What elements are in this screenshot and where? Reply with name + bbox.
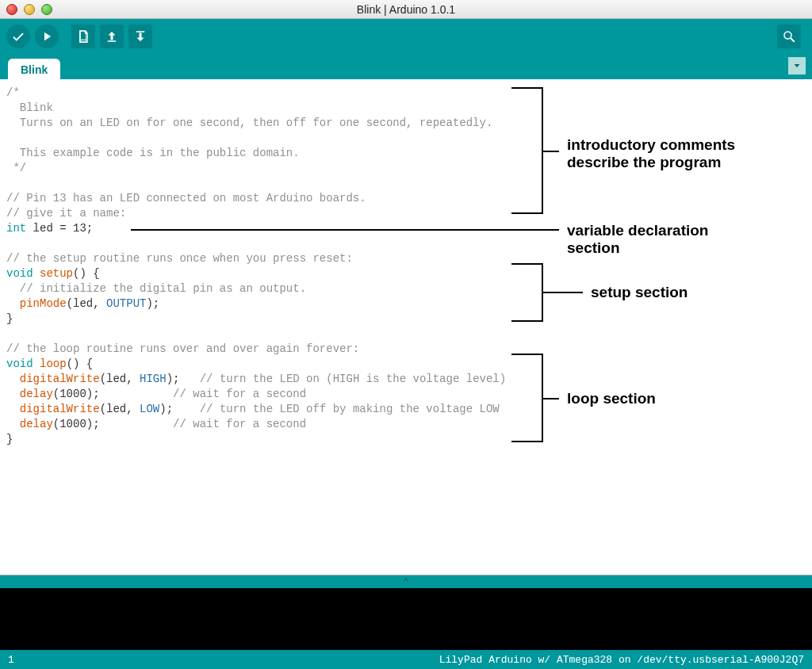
code-text: } bbox=[6, 312, 13, 325]
code-comment: // Pin 13 has an LED connected on most A… bbox=[6, 192, 366, 205]
arrow-down-icon bbox=[133, 29, 147, 44]
code-editor[interactable]: /* Blink Turns on an LED on for one seco… bbox=[0, 79, 812, 575]
code-comment: // turn the LED on (HIGH is the voltage … bbox=[200, 373, 506, 385]
code-keyword: void bbox=[6, 357, 33, 370]
window-title: Blink | Arduino 1.0.1 bbox=[0, 3, 812, 16]
code-const: HIGH bbox=[140, 373, 167, 385]
code-text: ); bbox=[146, 297, 159, 310]
code-func: loop bbox=[33, 357, 67, 370]
code-comment: Turns on an LED on for one second, then … bbox=[6, 117, 492, 129]
file-icon bbox=[76, 29, 90, 44]
verify-button[interactable] bbox=[6, 25, 30, 48]
code-func: delay bbox=[6, 388, 53, 400]
code-text: } bbox=[6, 433, 13, 445]
code-text: (1000); bbox=[53, 418, 173, 430]
code-func: digitalWrite bbox=[6, 373, 100, 385]
new-button[interactable] bbox=[71, 25, 95, 48]
code-func: pinMode bbox=[6, 297, 67, 310]
tab-strip: Blink bbox=[0, 54, 812, 79]
open-button[interactable] bbox=[100, 25, 124, 48]
code-comment: // turn the LED off by making the voltag… bbox=[200, 403, 500, 415]
svg-point-4 bbox=[784, 32, 791, 39]
code-text: led = 13; bbox=[26, 222, 93, 235]
arrow-up-icon bbox=[105, 29, 119, 44]
code-text: (1000); bbox=[53, 388, 173, 400]
minimize-icon[interactable] bbox=[24, 4, 35, 15]
check-icon bbox=[11, 29, 25, 44]
code-comment: // wait for a second bbox=[173, 388, 306, 400]
status-bar: 1 LilyPad Arduino w/ ATmega328 on /dev/t… bbox=[0, 650, 812, 669]
code-text: () { bbox=[67, 357, 94, 370]
code-comment: Blink bbox=[6, 101, 53, 114]
pane-separator[interactable]: ^ bbox=[0, 575, 812, 588]
toolbar bbox=[0, 19, 812, 54]
close-icon[interactable] bbox=[6, 4, 17, 15]
code-text: (led, bbox=[67, 297, 106, 310]
code-text: ); bbox=[167, 373, 200, 385]
svg-line-5 bbox=[791, 38, 795, 42]
code-comment: // the loop routine runs over and over a… bbox=[6, 342, 359, 355]
code-comment: // initialize the digital pin as an outp… bbox=[6, 282, 306, 295]
save-button[interactable] bbox=[128, 25, 152, 48]
code-comment: This example code is in the public domai… bbox=[6, 147, 300, 159]
upload-button[interactable] bbox=[35, 25, 59, 48]
code-comment: // give it a name: bbox=[6, 207, 126, 220]
code-comment: /* bbox=[6, 86, 20, 99]
code-const: OUTPUT bbox=[106, 297, 146, 310]
tab-blink[interactable]: Blink bbox=[8, 59, 60, 79]
svg-rect-2 bbox=[108, 40, 117, 42]
chevron-down-icon bbox=[792, 61, 802, 71]
editor-pane: /* Blink Turns on an LED on for one seco… bbox=[0, 79, 812, 575]
code-comment bbox=[6, 132, 13, 144]
code-text: (led, bbox=[100, 403, 140, 415]
maximize-icon[interactable] bbox=[41, 4, 52, 15]
code-text: (led, bbox=[100, 373, 140, 385]
code-keyword: int bbox=[6, 222, 26, 235]
svg-rect-1 bbox=[81, 40, 86, 40]
code-comment: */ bbox=[6, 162, 26, 174]
status-line-number: 1 bbox=[8, 654, 439, 666]
console-output[interactable] bbox=[0, 588, 812, 650]
code-const: LOW bbox=[140, 403, 159, 415]
serial-monitor-button[interactable] bbox=[777, 25, 801, 48]
magnifier-icon bbox=[782, 29, 796, 44]
code-func: setup bbox=[33, 267, 73, 280]
code-func: digitalWrite bbox=[6, 403, 100, 415]
code-keyword: void bbox=[6, 267, 33, 280]
svg-rect-3 bbox=[136, 31, 145, 32]
tab-menu-button[interactable] bbox=[788, 57, 806, 75]
arrow-right-icon bbox=[40, 29, 54, 44]
code-comment: // wait for a second bbox=[173, 418, 306, 430]
code-text: () { bbox=[73, 267, 100, 280]
status-board-info: LilyPad Arduino w/ ATmega328 on /dev/tty… bbox=[439, 654, 804, 666]
title-bar: Blink | Arduino 1.0.1 bbox=[0, 0, 812, 19]
code-func: delay bbox=[6, 418, 53, 430]
code-text: ); bbox=[159, 403, 199, 415]
traffic-lights bbox=[6, 4, 52, 15]
code-comment: // the setup routine runs once when you … bbox=[6, 252, 353, 265]
